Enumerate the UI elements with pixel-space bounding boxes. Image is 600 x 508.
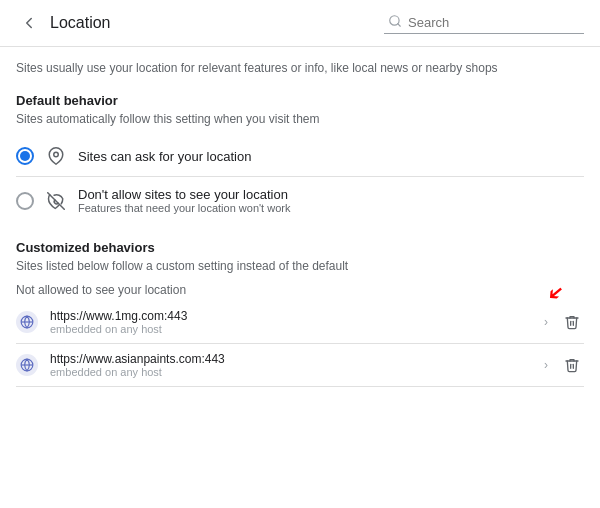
default-behavior-title: Default behavior	[16, 93, 584, 108]
location-icon	[46, 146, 66, 166]
site-embedded-1mg: embedded on any host	[50, 323, 544, 335]
expand-arrow-asianpaints[interactable]: ›	[544, 358, 548, 372]
radio-ask[interactable]	[16, 147, 34, 165]
radio-deny[interactable]	[16, 192, 34, 210]
option-ask[interactable]: Sites can ask for your location	[16, 136, 584, 177]
site-info-asianpaints: https://www.asianpaints.com:443 embedded…	[50, 352, 544, 378]
page-title: Location	[50, 14, 111, 32]
delete-button-1mg[interactable]	[560, 310, 584, 334]
customized-title: Customized behaviors	[16, 240, 584, 255]
svg-line-1	[398, 24, 401, 27]
delete-button-asianpaints[interactable]	[560, 353, 584, 377]
back-button[interactable]	[16, 10, 42, 36]
svg-point-2	[54, 152, 59, 157]
not-allowed-label: Not allowed to see your location	[16, 283, 584, 297]
option-deny-label: Don't allow sites to see your location	[78, 187, 290, 202]
customized-section: Customized behaviors Sites listed below …	[16, 240, 584, 387]
main-content: Sites usually use your location for rele…	[0, 47, 600, 399]
option-ask-label: Sites can ask for your location	[78, 149, 251, 164]
option-deny-sub: Features that need your location won't w…	[78, 202, 290, 214]
site-info-1mg: https://www.1mg.com:443 embedded on any …	[50, 309, 544, 335]
site-embedded-asianpaints: embedded on any host	[50, 366, 544, 378]
site-row-1mg: https://www.1mg.com:443 embedded on any …	[16, 301, 584, 344]
search-input[interactable]	[408, 15, 580, 30]
location-off-icon	[46, 191, 66, 211]
site-url-1mg: https://www.1mg.com:443	[50, 309, 544, 323]
customized-subtitle: Sites listed below follow a custom setti…	[16, 259, 584, 273]
expand-arrow-1mg[interactable]: ›	[544, 315, 548, 329]
option-deny[interactable]: Don't allow sites to see your location F…	[16, 177, 584, 224]
site-row-asianpaints: https://www.asianpaints.com:443 embedded…	[16, 344, 584, 387]
page-description: Sites usually use your location for rele…	[16, 59, 584, 77]
default-behavior-subtitle: Sites automatically follow this setting …	[16, 112, 584, 126]
search-icon	[388, 14, 402, 31]
site-icon-asianpaints	[16, 354, 38, 376]
site-url-asianpaints: https://www.asianpaints.com:443	[50, 352, 544, 366]
search-box	[384, 12, 584, 34]
options-block: Sites can ask for your location Don't al…	[16, 136, 584, 224]
site-icon-1mg	[16, 311, 38, 333]
option-deny-text: Don't allow sites to see your location F…	[78, 187, 290, 214]
header: Location	[0, 0, 600, 47]
